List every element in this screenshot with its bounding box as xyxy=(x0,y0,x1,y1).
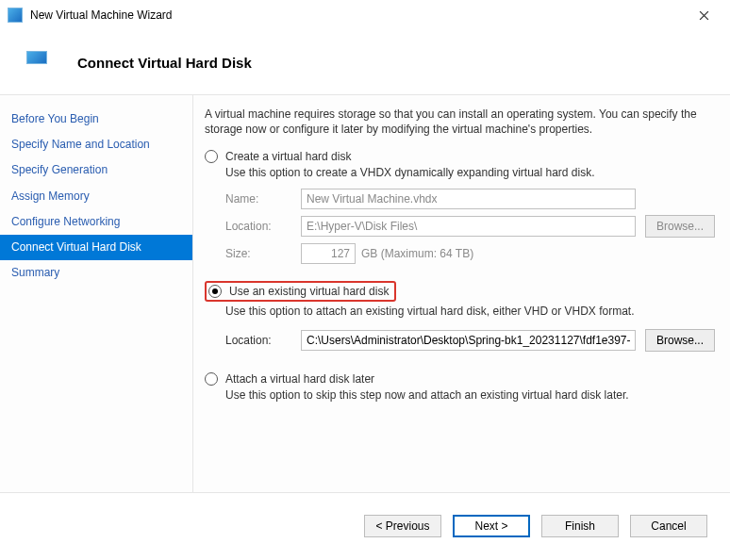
location-input-existing[interactable] xyxy=(301,330,636,351)
option-create-vhd: Create a virtual hard disk Use this opti… xyxy=(205,150,715,264)
titlebar: New Virtual Machine Wizard xyxy=(0,0,730,30)
finish-button[interactable]: Finish xyxy=(541,515,619,537)
option-later-label: Attach a virtual hard disk later xyxy=(225,372,374,386)
next-button[interactable]: Next > xyxy=(453,515,530,537)
browse-button-existing[interactable]: Browse... xyxy=(645,329,715,352)
create-field-grid: Name: Location: Browse... Size: GB (Maxi… xyxy=(225,189,715,264)
option-create-desc: Use this option to create a VHDX dynamic… xyxy=(225,166,715,179)
sidebar-item-connect-vhd[interactable]: Connect Virtual Hard Disk xyxy=(0,235,192,260)
option-later-desc: Use this option to skip this step now an… xyxy=(225,388,715,402)
size-input xyxy=(301,243,356,264)
wizard-header: Connect Virtual Hard Disk xyxy=(0,30,730,94)
option-existing-desc: Use this option to attach an existing vi… xyxy=(225,305,715,318)
sidebar-item-assign-memory[interactable]: Assign Memory xyxy=(0,184,192,209)
close-icon xyxy=(699,10,709,21)
sidebar-item-summary[interactable]: Summary xyxy=(0,260,192,286)
size-suffix: GB (Maximum: 64 TB) xyxy=(361,247,473,260)
name-input xyxy=(301,189,636,209)
existing-location-row: Location: Browse... xyxy=(225,329,715,352)
intro-text: A virtual machine requires storage so th… xyxy=(205,107,715,137)
wizard-body: Before You Begin Specify Name and Locati… xyxy=(0,94,730,493)
option-attach-later: Attach a virtual hard disk later Use thi… xyxy=(205,372,715,402)
main-panel: A virtual machine requires storage so th… xyxy=(193,95,730,492)
location-label: Location: xyxy=(225,220,291,233)
previous-button[interactable]: < Previous xyxy=(364,515,441,537)
radio-attach-later[interactable] xyxy=(205,372,218,386)
radio-use-existing[interactable] xyxy=(208,285,222,298)
sidebar-item-specify-generation[interactable]: Specify Generation xyxy=(0,157,192,183)
highlight-box: Use an existing virtual hard disk xyxy=(205,281,396,302)
vm-icon xyxy=(26,51,47,64)
location-label-existing: Location: xyxy=(225,334,291,347)
browse-button-create: Browse... xyxy=(645,215,715,238)
option-create-label: Create a virtual hard disk xyxy=(225,150,351,163)
sidebar: Before You Begin Specify Name and Locati… xyxy=(0,95,193,492)
name-label: Name: xyxy=(225,192,291,206)
location-input-create xyxy=(301,216,636,237)
sidebar-item-configure-networking[interactable]: Configure Networking xyxy=(0,209,192,235)
option-existing-label: Use an existing virtual hard disk xyxy=(229,285,389,298)
cancel-button[interactable]: Cancel xyxy=(630,515,707,537)
radio-create-vhd[interactable] xyxy=(205,150,218,163)
window-title: New Virtual Machine Wizard xyxy=(30,8,685,22)
app-icon xyxy=(8,8,23,23)
sidebar-item-specify-name[interactable]: Specify Name and Location xyxy=(0,132,192,157)
close-button[interactable] xyxy=(685,2,722,28)
size-label: Size: xyxy=(225,247,291,260)
page-title: Connect Virtual Hard Disk xyxy=(77,55,252,71)
sidebar-item-before-you-begin[interactable]: Before You Begin xyxy=(0,107,192,132)
footer: < Previous Next > Finish Cancel xyxy=(0,493,730,559)
option-use-existing: Use an existing virtual hard disk Use th… xyxy=(205,281,715,352)
